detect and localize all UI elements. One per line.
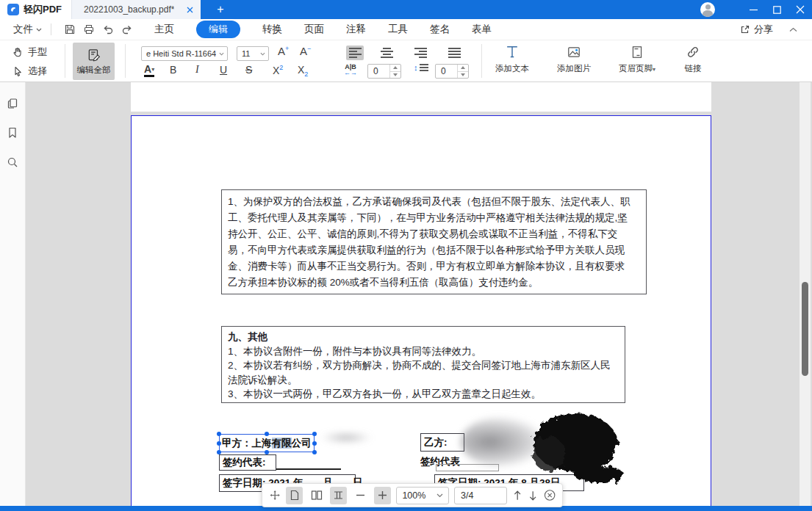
add-text-label: 添加文本 xyxy=(495,63,529,74)
party-a-rep-label[interactable]: 签约代表: xyxy=(219,454,276,471)
document-viewport[interactable]: 1、为保护双方的合法权益，乙方承诺确保我司及代表（包括但不限于股东、法定代表人、… xyxy=(26,82,797,511)
selection-handle[interactable] xyxy=(312,450,317,454)
strikethrough-button[interactable]: S xyxy=(245,64,252,76)
superscript-button[interactable]: X2 xyxy=(273,64,283,76)
next-page-icon[interactable] xyxy=(528,490,538,501)
char-spacing-stepper[interactable]: 0 xyxy=(367,64,401,79)
fit-width-button[interactable] xyxy=(330,487,347,504)
font-color-button[interactable]: A▾ xyxy=(144,64,154,77)
app-logo: 轻闪PDF xyxy=(0,0,71,19)
tab-edit[interactable]: 编辑 xyxy=(196,21,240,38)
tab-annotate[interactable]: 注释 xyxy=(346,23,366,36)
maximize-button[interactable] xyxy=(765,0,788,19)
paragraph-line: 法院诉讼解决。 xyxy=(228,373,619,388)
underline-button[interactable]: U xyxy=(220,64,227,76)
line-spacing-stepper[interactable]: 0 xyxy=(435,64,469,79)
selection-handle[interactable] xyxy=(312,441,317,446)
italic-button[interactable]: I xyxy=(195,64,199,76)
redo-button[interactable] xyxy=(118,21,137,37)
tab-home[interactable]: 主页 xyxy=(154,23,174,36)
header-footer-button[interactable]: 页眉页脚▾ xyxy=(616,45,658,74)
font-family-select[interactable]: e Heiti Std R-11664 xyxy=(141,46,228,61)
align-justify-button[interactable] xyxy=(445,46,463,60)
party-a-textbox-selected[interactable]: 甲方：上海有限公司 xyxy=(219,434,315,452)
paragraph-block-2[interactable]: 九、其他 1、本协议含附件一份，附件与本协议具有同等法律效力。 2、本协议若有纠… xyxy=(221,326,625,403)
collapse-ribbon-icon[interactable] xyxy=(789,27,797,32)
select-tool-label: 选择 xyxy=(28,65,47,78)
close-viewbar-icon[interactable] xyxy=(544,489,556,501)
print-button[interactable] xyxy=(79,21,98,37)
edit-all-button[interactable]: 编辑全部 xyxy=(73,43,115,80)
stepper-up[interactable] xyxy=(458,65,468,71)
zoom-level-value: 100% xyxy=(402,490,425,501)
chevron-down-icon xyxy=(36,28,42,32)
add-text-icon xyxy=(505,45,520,59)
divider xyxy=(125,44,126,78)
single-page-view-button[interactable] xyxy=(286,487,303,504)
party-b-name-label[interactable]: 乙方: xyxy=(420,433,464,452)
tab-pages[interactable]: 页面 xyxy=(304,23,324,36)
tab-close-icon[interactable] xyxy=(187,7,193,13)
paragraph-line: 易，不向甲方代表或亲属提供获取利益的行为（包括不限于以各种形式给予甲方关联人员现 xyxy=(228,242,640,258)
share-button[interactable]: 分享 xyxy=(740,23,773,36)
add-image-button[interactable]: 添加图片 xyxy=(556,45,592,74)
selection-handle[interactable] xyxy=(265,432,269,436)
pdf-page[interactable]: 1、为保护双方的合法权益，乙方承诺确保我司及代表（包括但不限于股东、法定代表人、… xyxy=(131,115,711,511)
tab-convert[interactable]: 转换 xyxy=(262,23,282,36)
share-icon xyxy=(740,24,750,35)
link-button[interactable]: 链接 xyxy=(682,45,704,74)
font-size-select[interactable]: 11 xyxy=(237,46,269,61)
selection-handle[interactable] xyxy=(312,432,317,436)
faint-scribble xyxy=(320,432,373,443)
link-label: 链接 xyxy=(685,63,702,74)
minimize-button[interactable] xyxy=(741,0,765,19)
align-left-icon xyxy=(349,48,362,58)
undo-button[interactable] xyxy=(98,21,118,37)
paragraph-block-1[interactable]: 1、为保护双方的合法权益，乙方承诺确保我司及代表（包括但不限于股东、法定代表人、… xyxy=(221,189,647,294)
line-spacing-value: 0 xyxy=(436,65,457,78)
selection-handle[interactable] xyxy=(217,432,221,436)
document-tab[interactable]: 20221003_backup.pdf* xyxy=(71,0,201,19)
bold-button[interactable]: B xyxy=(170,64,176,76)
minus-icon xyxy=(356,490,365,500)
select-tool-button[interactable]: 选择 xyxy=(12,65,47,78)
two-page-icon xyxy=(311,490,323,501)
stepper-down[interactable] xyxy=(390,71,400,79)
previous-page-icon[interactable] xyxy=(512,490,522,501)
page-thumbnails-icon[interactable] xyxy=(6,97,19,110)
vertical-scrollbar[interactable] xyxy=(800,82,811,506)
header-footer-label: 页眉页脚 xyxy=(619,64,653,73)
tab-tools[interactable]: 工具 xyxy=(388,23,408,36)
stepper-up[interactable] xyxy=(390,65,400,71)
subscript-button[interactable]: X2 xyxy=(298,64,308,78)
tab-forms[interactable]: 表单 xyxy=(472,23,492,36)
tab-sign[interactable]: 签名 xyxy=(430,23,450,36)
page-number-input[interactable] xyxy=(454,487,507,504)
new-tab-button[interactable]: + xyxy=(209,0,231,19)
file-menu[interactable]: 文件 xyxy=(13,23,42,36)
party-a-rep-underline xyxy=(276,468,341,470)
zoom-out-button[interactable] xyxy=(352,487,369,504)
share-label: 分享 xyxy=(754,23,773,36)
close-button[interactable] xyxy=(788,0,812,19)
pan-tool-icon[interactable] xyxy=(269,489,281,501)
increase-font-button[interactable]: A+ xyxy=(278,45,289,57)
two-page-view-button[interactable] xyxy=(308,487,325,504)
save-button[interactable] xyxy=(60,21,79,37)
page-navigation-toolbar: 100% xyxy=(262,483,563,507)
zoom-level-select[interactable]: 100% xyxy=(396,487,449,504)
decrease-font-button[interactable]: A− xyxy=(300,45,311,57)
stepper-down[interactable] xyxy=(458,71,468,79)
menubar: 文件 主页 编辑 转换 页面 注释 工具 签名 表单 分享 xyxy=(0,19,812,40)
selection-handle[interactable] xyxy=(217,441,221,446)
add-text-button[interactable]: 添加文本 xyxy=(494,45,531,74)
zoom-in-button[interactable] xyxy=(374,487,391,504)
align-right-button[interactable] xyxy=(412,46,429,60)
align-center-button[interactable] xyxy=(378,46,395,60)
user-avatar[interactable] xyxy=(700,2,715,17)
search-panel-icon[interactable] xyxy=(6,156,19,169)
align-left-button[interactable] xyxy=(346,46,364,60)
scrollbar-thumb[interactable] xyxy=(802,282,808,376)
hand-tool-button[interactable]: 手型 xyxy=(12,46,47,59)
bookmark-panel-icon[interactable] xyxy=(6,126,19,139)
